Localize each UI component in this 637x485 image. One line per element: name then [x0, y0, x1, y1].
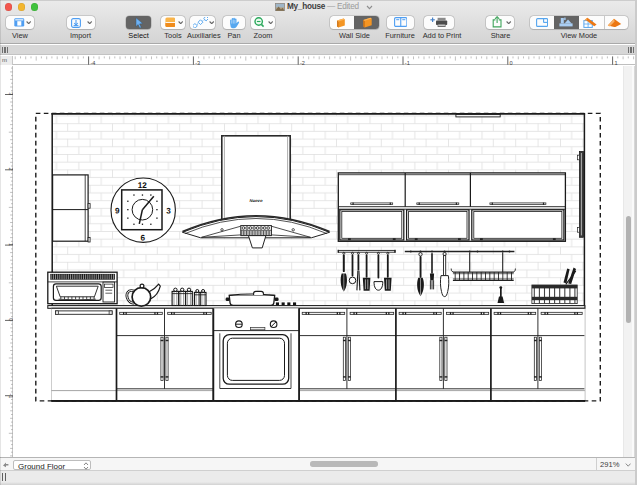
svg-text:1: 1	[614, 60, 617, 65]
svg-text:-4: -4	[90, 60, 95, 65]
svg-text:-1: -1	[405, 60, 410, 65]
svg-text:-1: -1	[8, 394, 13, 399]
svg-text:9: 9	[115, 207, 120, 216]
svg-text:2: 2	[8, 168, 13, 171]
svg-text:Nuovo: Nuovo	[249, 198, 262, 203]
svg-text:12: 12	[138, 181, 148, 190]
svg-text:-2: -2	[300, 60, 305, 65]
svg-text:0: 0	[510, 60, 513, 65]
svg-text:3: 3	[166, 207, 171, 216]
svg-text:3: 3	[8, 92, 13, 95]
svg-text:-3: -3	[195, 60, 200, 65]
svg-text:6: 6	[141, 234, 146, 243]
svg-text:1: 1	[8, 243, 13, 246]
svg-text:0: 0	[8, 318, 13, 321]
